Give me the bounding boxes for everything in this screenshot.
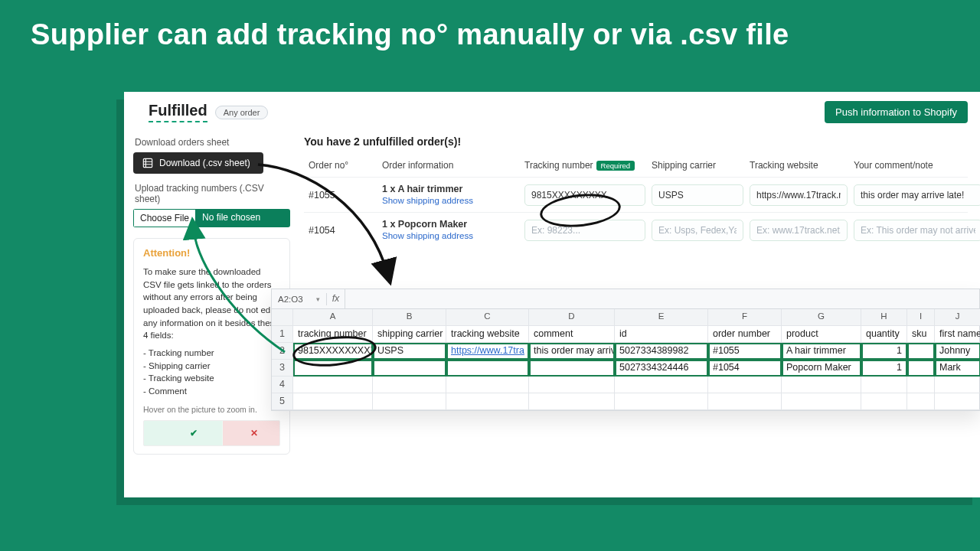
- cell[interactable]: [615, 377, 708, 393]
- name-box[interactable]: A2:O3▾: [272, 293, 327, 305]
- cell[interactable]: 9815XXXXXXXXX: [293, 343, 373, 360]
- col-head[interactable]: D: [529, 309, 615, 326]
- cell[interactable]: sku: [907, 326, 935, 343]
- cell[interactable]: [529, 360, 615, 377]
- svg-rect-0: [143, 158, 152, 167]
- cell[interactable]: [293, 377, 373, 393]
- order-line: 1 x A hair trimmer: [382, 184, 462, 194]
- col-head[interactable]: A: [293, 309, 373, 326]
- choose-file-button[interactable]: Choose File: [133, 209, 196, 227]
- comment-input[interactable]: [854, 184, 980, 206]
- cell[interactable]: [446, 393, 529, 410]
- corner-cell[interactable]: [272, 309, 293, 326]
- file-input[interactable]: Choose File No file chosen: [133, 209, 290, 227]
- unfulfilled-count: You have 2 unfulfilled order(s)!: [304, 135, 968, 148]
- cell[interactable]: [446, 360, 529, 377]
- tracking-site-input[interactable]: [750, 220, 848, 241]
- table-row: #1055 1 x A hair trimmer Show shipping a…: [304, 177, 968, 212]
- cell[interactable]: [935, 377, 980, 393]
- cell[interactable]: product: [782, 326, 861, 343]
- col-head[interactable]: G: [782, 309, 861, 326]
- cell[interactable]: https://www.17tra: [446, 343, 529, 360]
- col-head[interactable]: F: [708, 309, 782, 326]
- cell[interactable]: USPS: [373, 343, 446, 360]
- tracking-input[interactable]: [524, 184, 645, 206]
- tab-fulfilled[interactable]: Fulfilled: [149, 102, 207, 122]
- upload-section-label: Upload tracking numbers (.CSV sheet): [135, 183, 290, 204]
- carrier-input[interactable]: [652, 220, 743, 241]
- cell[interactable]: quantity: [861, 326, 907, 343]
- tracking-input[interactable]: [524, 220, 645, 241]
- cell[interactable]: [446, 377, 529, 393]
- col-head[interactable]: E: [615, 309, 708, 326]
- cell[interactable]: id: [615, 326, 708, 343]
- cell[interactable]: Popcorn Maker: [782, 360, 861, 377]
- cell[interactable]: #1055: [708, 343, 782, 360]
- cell[interactable]: [907, 343, 935, 360]
- cell[interactable]: this order may arrive: [529, 343, 615, 360]
- attention-title: Attention!: [143, 246, 280, 261]
- filter-any-order[interactable]: Any order: [215, 106, 269, 119]
- cell[interactable]: order number: [708, 326, 782, 343]
- cell[interactable]: A hair trimmer: [782, 343, 861, 360]
- col-carrier: Shipping carrier: [652, 160, 743, 171]
- cell[interactable]: [529, 377, 615, 393]
- row-head[interactable]: 4: [272, 377, 293, 393]
- cell[interactable]: [782, 393, 861, 410]
- field-item: Shipping carrier: [143, 360, 280, 373]
- col-tracking: Tracking numberRequired: [524, 160, 645, 171]
- cell[interactable]: [708, 377, 782, 393]
- comment-input[interactable]: [854, 220, 980, 241]
- row-head[interactable]: 1: [272, 326, 293, 343]
- col-head[interactable]: H: [861, 309, 907, 326]
- col-order-info: Order information: [382, 160, 518, 171]
- row-head[interactable]: 3: [272, 360, 293, 377]
- field-item: Tracking number: [143, 347, 280, 360]
- cell[interactable]: [373, 377, 446, 393]
- cell[interactable]: [293, 393, 373, 410]
- col-head[interactable]: J: [935, 309, 980, 326]
- download-csv-button[interactable]: Download (.csv sheet): [133, 152, 263, 174]
- cell[interactable]: [907, 393, 935, 410]
- cell[interactable]: [861, 393, 907, 410]
- col-comment: Your comment/note: [854, 160, 980, 171]
- fx-icon: fx: [327, 289, 345, 308]
- cell[interactable]: [782, 377, 861, 393]
- cell[interactable]: first name: [935, 326, 980, 343]
- cell[interactable]: 5027334389982: [615, 343, 708, 360]
- cell[interactable]: shipping carrier: [373, 326, 446, 343]
- cell[interactable]: tracking number: [293, 326, 373, 343]
- order-no: #1054: [309, 225, 376, 236]
- cell[interactable]: 1: [861, 343, 907, 360]
- cell[interactable]: [373, 360, 446, 377]
- cell[interactable]: [373, 393, 446, 410]
- tracking-site-input[interactable]: [750, 184, 848, 206]
- cell[interactable]: 1: [861, 360, 907, 377]
- carrier-input[interactable]: [652, 184, 743, 206]
- row-head[interactable]: 5: [272, 393, 293, 410]
- cell[interactable]: [529, 393, 615, 410]
- col-head[interactable]: I: [907, 309, 935, 326]
- cell[interactable]: [708, 393, 782, 410]
- cell[interactable]: [293, 360, 373, 377]
- cell[interactable]: Mark: [935, 360, 980, 377]
- cell[interactable]: #1054: [708, 360, 782, 377]
- cell[interactable]: [935, 393, 980, 410]
- col-head[interactable]: B: [373, 309, 446, 326]
- row-head[interactable]: 2: [272, 343, 293, 360]
- cell[interactable]: [861, 377, 907, 393]
- spreadsheet-overlay: A2:O3▾ fx A B C D E F G H I J 1 tracking…: [271, 289, 980, 411]
- col-head[interactable]: C: [446, 309, 529, 326]
- cell[interactable]: comment: [529, 326, 615, 343]
- show-shipping-link[interactable]: Show shipping address: [382, 196, 473, 205]
- show-shipping-link[interactable]: Show shipping address: [382, 231, 473, 240]
- cell[interactable]: tracking website: [446, 326, 529, 343]
- cell[interactable]: [907, 377, 935, 393]
- cell[interactable]: Johnny: [935, 343, 980, 360]
- cell[interactable]: [907, 360, 935, 377]
- csv-preview-thumb[interactable]: ✔ ✕: [143, 420, 280, 446]
- push-to-shopify-button[interactable]: Push information to Shopify: [825, 101, 968, 123]
- cell[interactable]: [615, 393, 708, 410]
- cell[interactable]: 5027334324446: [615, 360, 708, 377]
- page-headline: Supplier can add tracking no° manually o…: [0, 0, 980, 59]
